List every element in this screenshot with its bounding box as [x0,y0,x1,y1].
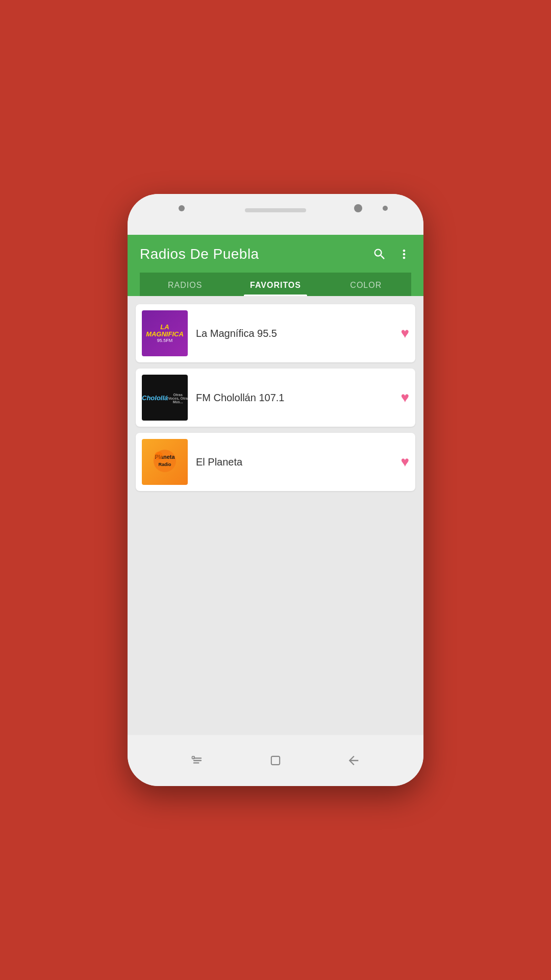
phone-screen: Radios De Puebla [128,235,423,735]
logo-sub-cholollán: Otras Voces, Otra Mús... [168,393,188,404]
nav-recent-button[interactable] [188,751,207,770]
phone-top-bezel [128,194,423,235]
content-area: LaMagnifica 95.5FM La Magnífica 95.5 ♥ C… [128,296,423,735]
front-sensor [179,205,185,211]
radio-logo-cholollán: Cholollá Otras Voces, Otra Mús... [142,375,188,421]
radio-name-planeta: El Planeta [196,456,392,468]
logo-text-magnifica: LaMagnifica [146,324,184,338]
app-title: Radios De Puebla [140,246,259,262]
planeta-logo-svg: Planeta Radio [144,442,185,482]
radio-card-magnifica[interactable]: LaMagnifica 95.5FM La Magnífica 95.5 ♥ [136,304,415,362]
phone-frame: Radios De Puebla [128,194,423,786]
back-icon [346,753,361,768]
svg-text:Radio: Radio [158,462,171,467]
phone-bottom-bezel [128,735,423,786]
favorite-button-cholollán[interactable]: ♥ [400,389,409,406]
app-bar-icons [372,247,411,261]
nav-back-button[interactable] [344,751,363,770]
svg-point-3 [155,452,163,460]
tab-color[interactable]: COLOR [321,273,411,296]
recent-apps-icon [190,753,205,768]
radio-name-magnifica: La Magnífica 95.5 [196,328,392,339]
radio-name-cholollán: FM Cholollán 107.1 [196,392,392,404]
svg-rect-8 [271,756,280,765]
svg-rect-6 [193,763,199,764]
radio-card-planeta[interactable]: Planeta Radio El Planeta ♥ [136,433,415,491]
speaker [245,208,306,212]
radio-logo-planeta: Planeta Radio [142,439,188,485]
home-icon [268,753,283,768]
tab-radios[interactable]: RADIOS [140,273,230,296]
front-dot [383,206,388,211]
front-camera [354,204,362,212]
svg-rect-5 [193,760,201,761]
search-button[interactable] [372,247,387,261]
tab-favoritos[interactable]: FAVORITOS [230,273,320,296]
app-bar-top: Radios De Puebla [140,246,411,262]
radio-card-cholollán[interactable]: Cholollá Otras Voces, Otra Mús... FM Cho… [136,369,415,427]
favorite-button-magnifica[interactable]: ♥ [400,325,409,341]
more-options-button[interactable] [397,247,411,261]
radio-logo-magnifica: LaMagnifica 95.5FM [142,310,188,356]
logo-text-cholollán: Cholollá [142,394,168,402]
search-icon [372,247,387,261]
logo-freq-magnifica: 95.5FM [157,338,173,343]
nav-home-button[interactable] [266,751,285,770]
more-vert-icon [397,247,411,261]
tabs-bar: RADIOS FAVORITOS COLOR [140,273,411,296]
app-bar: Radios De Puebla [128,235,423,296]
favorite-button-planeta[interactable]: ♥ [400,454,409,470]
